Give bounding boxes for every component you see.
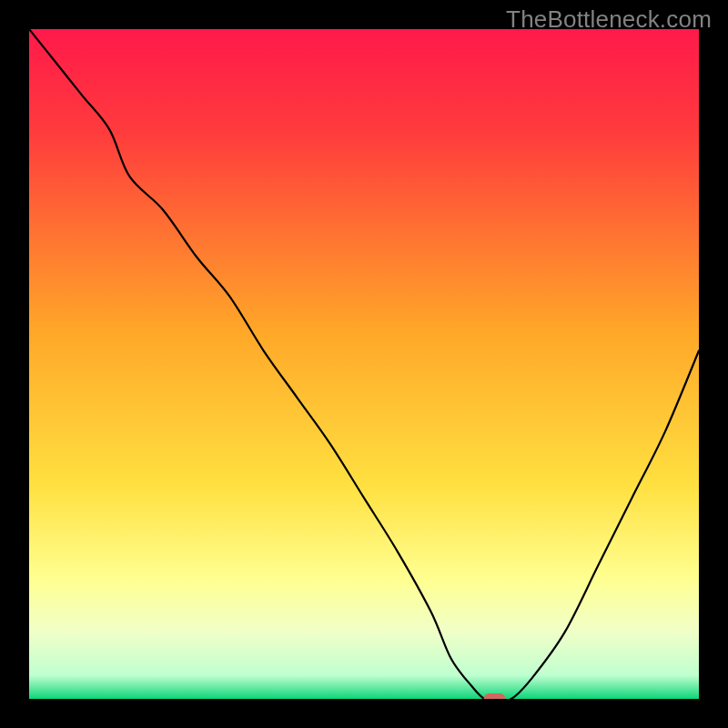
chart-frame: TheBottleneck.com: [0, 0, 728, 728]
plot-svg: [29, 29, 699, 699]
optimal-marker: [484, 693, 506, 699]
gradient-rect: [29, 29, 699, 699]
plot-area: [29, 29, 699, 699]
attribution-text: TheBottleneck.com: [506, 5, 712, 34]
